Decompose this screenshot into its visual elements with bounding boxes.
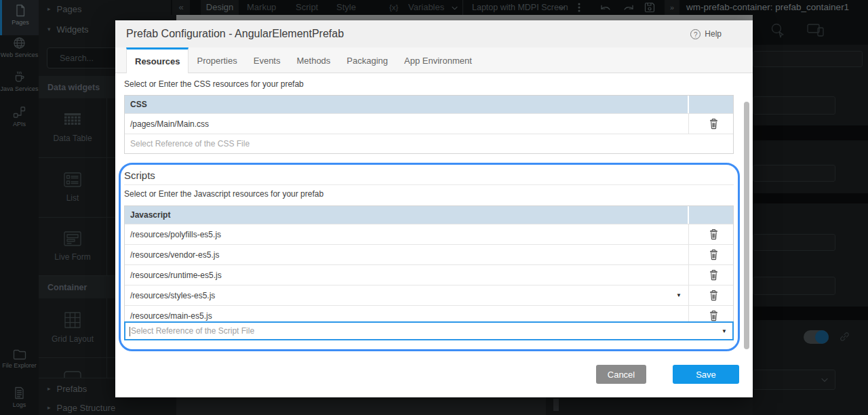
widget-label: List (66, 193, 79, 203)
css-reference-input[interactable] (125, 134, 733, 153)
bind-property-icon[interactable] (840, 332, 850, 342)
variables-menu[interactable]: Variables (408, 0, 444, 15)
widget-live-form[interactable]: Live Form (39, 218, 107, 276)
top-toolbar: « Design Markup Script Style {x} Variabl… (171, 0, 868, 15)
css-resource-value[interactable]: /pages/Main/Main.css (125, 114, 689, 134)
save-icon[interactable] (644, 2, 655, 13)
rail-item-file-explorer[interactable]: File Explorer (0, 349, 39, 384)
cancel-button[interactable]: Cancel (596, 365, 646, 384)
redo-icon[interactable] (623, 3, 635, 12)
table-row: /pages/Main/Main.css (125, 113, 733, 134)
dropdown-arrow-icon[interactable]: ▼ (676, 292, 682, 298)
property-dropdown[interactable] (753, 370, 835, 390)
table-row: /resources/polyfills-es5.js (125, 224, 733, 244)
rail-item-java-services[interactable]: Java Services (0, 71, 39, 104)
tab-app-environment[interactable]: App Environment (396, 47, 480, 72)
widget-partial[interactable] (39, 358, 107, 378)
delete-icon[interactable] (709, 118, 719, 130)
scripts-section-label: Select or Enter the Javascript resources… (124, 189, 323, 199)
dialog-scrollbar-thumb[interactable] (744, 102, 749, 349)
list-icon (64, 172, 81, 187)
script-resource-text: /resources/styles-es5.js (130, 291, 215, 300)
canvas-scrollbar[interactable] (553, 399, 559, 411)
breadcrumb-expand-button[interactable]: » (665, 0, 679, 15)
panel-section-label: Page Structure (57, 403, 116, 413)
right-toolbar (753, 15, 868, 45)
script-reference-input[interactable] (125, 326, 722, 336)
css-table-header: CSS (125, 96, 733, 113)
help-label: Help (705, 29, 722, 39)
panel-section-page-structure[interactable]: ▸ Page Structure (39, 400, 176, 415)
widget-data-table[interactable]: Data Table (39, 98, 107, 158)
rail-item-label: Logs (13, 401, 26, 408)
property-field[interactable] (753, 165, 835, 182)
table-row: /resources/styles-es5.js ▼ (125, 285, 733, 305)
scripts-table-header: Javascript (125, 206, 733, 224)
canvas-top-strip (176, 15, 753, 20)
tab-methods[interactable]: Methods (288, 47, 338, 72)
panel-section-pages[interactable]: ▸ Pages (39, 0, 176, 18)
script-resource-value[interactable]: /resources/vendor-es5.js (125, 245, 689, 264)
undo-icon[interactable] (599, 3, 612, 12)
device-selector[interactable]: Laptop with MDPI Screen (472, 0, 568, 15)
devices-preview-icon[interactable] (807, 24, 825, 37)
table-row: /resources/vendor-es5.js (125, 244, 733, 264)
variables-icon: {x} (389, 0, 398, 15)
canvas-area (176, 397, 546, 415)
tab-design[interactable]: Design (201, 0, 239, 15)
caret-down-icon: ▾ (47, 26, 51, 33)
delete-icon[interactable] (709, 229, 719, 240)
rail-item-web-services[interactable]: Web Services (0, 37, 39, 69)
widget-label: Data Table (53, 134, 92, 143)
dialog-content: Select or Enter the CSS resources for yo… (115, 73, 753, 397)
tab-events[interactable]: Events (245, 47, 289, 72)
rail-item-label: Web Services (1, 52, 38, 58)
tab-properties[interactable]: Properties (189, 47, 245, 72)
property-field[interactable] (753, 96, 835, 115)
caret-right-icon: ▸ (47, 5, 51, 12)
delete-icon[interactable] (709, 310, 719, 321)
tab-script[interactable]: Script (296, 0, 318, 15)
rail-item-label: File Explorer (2, 362, 37, 369)
delete-icon[interactable] (709, 249, 719, 260)
widget-grid-layout[interactable]: Grid Layout (39, 298, 107, 358)
properties-panel (753, 45, 868, 415)
prefab-configuration-dialog: Prefab Configuration - AngularElementPre… (115, 20, 753, 397)
property-toggle[interactable] (804, 330, 829, 344)
rail-item-logs[interactable]: Logs (0, 387, 39, 415)
rail-item-apis[interactable]: APIs (0, 106, 39, 138)
delete-icon[interactable] (709, 290, 719, 301)
property-field[interactable] (753, 51, 863, 67)
globe-icon (13, 37, 26, 50)
property-field[interactable] (753, 277, 835, 295)
collapse-panel-button[interactable]: « (172, 0, 190, 15)
live-form-icon (64, 231, 81, 246)
help-button[interactable]: ? Help (690, 20, 722, 47)
more-options-icon[interactable] (578, 3, 580, 12)
property-group-header (753, 125, 868, 140)
rail-item-pages[interactable]: Pages (0, 0, 39, 35)
dropdown-arrow-icon[interactable]: ▼ (722, 328, 732, 334)
tab-markup[interactable]: Markup (247, 0, 276, 15)
property-field[interactable] (753, 234, 835, 251)
select-inspect-icon[interactable] (770, 22, 786, 39)
help-icon: ? (690, 29, 701, 39)
scripts-divider (124, 184, 734, 185)
page-icon (14, 4, 26, 17)
tab-style[interactable]: Style (336, 0, 356, 15)
tab-packaging[interactable]: Packaging (338, 47, 396, 72)
widget-list[interactable]: List (39, 158, 107, 218)
script-resource-value[interactable]: /resources/styles-es5.js ▼ (125, 285, 689, 305)
save-button[interactable]: Save (673, 365, 739, 384)
breadcrumb[interactable]: wm-prefab-container: prefab_container1 (686, 0, 849, 15)
script-resource-value[interactable]: /resources/runtime-es5.js (125, 265, 689, 285)
section-header-label: Data widgets (47, 83, 100, 92)
delete-icon[interactable] (709, 269, 719, 281)
caret-right-icon: ▸ (47, 385, 51, 392)
toggle-knob (815, 330, 829, 344)
dialog-header: Prefab Configuration - AngularElementPre… (115, 20, 753, 47)
tab-resources[interactable]: Resources (126, 47, 189, 73)
css-column-header: CSS (125, 96, 689, 113)
javascript-column-header: Javascript (125, 206, 689, 224)
script-resource-value[interactable]: /resources/polyfills-es5.js (125, 224, 689, 244)
